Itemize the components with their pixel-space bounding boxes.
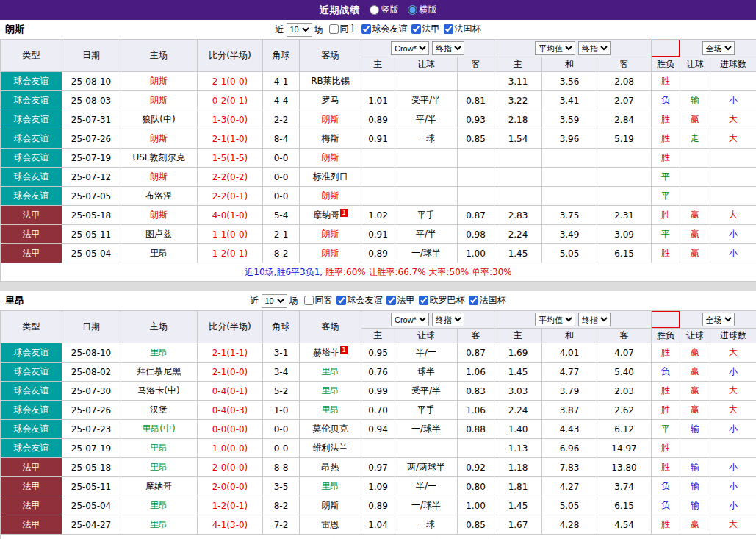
filter-checkbox-input[interactable] bbox=[329, 24, 339, 34]
away-team[interactable]: 昂热 bbox=[322, 462, 339, 472]
home-team[interactable]: 朗斯 bbox=[150, 133, 168, 143]
average-source-select[interactable]: 平均值 bbox=[535, 313, 575, 326]
outcome: 胜 bbox=[652, 244, 680, 263]
odds-type-select[interactable]: 终指 bbox=[432, 41, 464, 55]
odds-company-select[interactable]: Crow* bbox=[391, 41, 429, 55]
filter-checkbox[interactable]: 法国杯 bbox=[469, 294, 506, 307]
odds-away bbox=[458, 439, 494, 458]
league-type: 球会友谊 bbox=[1, 420, 62, 439]
home-team[interactable]: 里昂 bbox=[150, 519, 168, 529]
filter-checkbox[interactable]: 同主 bbox=[329, 23, 358, 35]
average-group-header: 平均值终指 bbox=[494, 40, 652, 57]
home-team[interactable]: 汉堡 bbox=[150, 404, 168, 415]
home-team[interactable]: 朗斯 bbox=[150, 95, 168, 105]
filter-checkbox[interactable]: 球会友谊 bbox=[336, 294, 383, 307]
home-team[interactable]: 摩纳哥 bbox=[145, 481, 172, 491]
average-type-select[interactable]: 终指 bbox=[578, 313, 611, 326]
away-team[interactable]: RB莱比锡 bbox=[311, 76, 350, 86]
away-team[interactable]: 朗斯 bbox=[322, 114, 339, 124]
home-team[interactable]: 拜仁慕尼黑 bbox=[137, 366, 181, 376]
layout-radio-horizontal[interactable]: 横版 bbox=[408, 4, 437, 16]
odds-away: 0.98 bbox=[458, 225, 494, 244]
away-team[interactable]: 朗斯 bbox=[322, 190, 339, 201]
match-date: 25-07-26 bbox=[62, 129, 120, 149]
layout-radio-horizontal-input[interactable] bbox=[408, 5, 417, 15]
home-team[interactable]: 马洛卡(中) bbox=[137, 385, 179, 396]
home-team[interactable]: 里昂(中) bbox=[142, 424, 175, 434]
home-team[interactable]: 里昂 bbox=[150, 347, 168, 357]
filter-checkbox[interactable]: 法甲 bbox=[386, 294, 415, 307]
home-team[interactable]: 里昂 bbox=[150, 500, 168, 510]
filter-checkbox[interactable]: 同客 bbox=[304, 294, 333, 307]
filter-checkbox-input[interactable] bbox=[386, 296, 396, 305]
avg-away: 5.40 bbox=[597, 363, 652, 382]
away-team[interactable]: 里昂 bbox=[322, 481, 339, 491]
avg-home: 1.45 bbox=[494, 496, 542, 515]
home-team[interactable]: 里昂 bbox=[150, 443, 168, 453]
odds-type-select[interactable]: 终指 bbox=[432, 313, 464, 326]
away-team[interactable]: 朗斯 bbox=[322, 229, 339, 239]
away-team[interactable]: 标准列日 bbox=[313, 171, 348, 182]
sub-header-avg-draw: 和 bbox=[542, 329, 597, 343]
corners: 8-4 bbox=[263, 129, 300, 149]
away-team[interactable]: 朗斯 bbox=[322, 500, 339, 510]
filter-checkbox[interactable]: 法甲 bbox=[411, 23, 440, 35]
odds-company-select[interactable]: Crow* bbox=[391, 313, 429, 326]
corners: 4-1 bbox=[263, 72, 300, 91]
avg-draw: 4.28 bbox=[542, 515, 597, 535]
away-team[interactable]: 梅斯 bbox=[322, 133, 339, 143]
recent-count-select[interactable]: 10 bbox=[262, 294, 287, 308]
home-team[interactable]: 布洛涅 bbox=[145, 190, 172, 201]
avg-away: 6.15 bbox=[597, 496, 652, 515]
away-team[interactable]: 朗斯 bbox=[322, 248, 339, 258]
avg-draw: 4.27 bbox=[542, 477, 597, 496]
filter-checkbox[interactable]: 法国杯 bbox=[444, 23, 481, 35]
avg-draw: 3.56 bbox=[542, 72, 597, 91]
filter-checkbox-input[interactable] bbox=[411, 24, 421, 34]
average-type-select[interactable]: 终指 bbox=[578, 41, 611, 55]
filter-checkbox-input[interactable] bbox=[444, 24, 453, 34]
home-team[interactable]: USL敦刻尔克 bbox=[132, 152, 184, 163]
away-team[interactable]: 里昂 bbox=[322, 404, 339, 415]
home-team[interactable]: 里昂 bbox=[150, 462, 168, 472]
odds-away: 0.92 bbox=[458, 458, 494, 477]
filter-checkbox-input[interactable] bbox=[419, 296, 428, 305]
col-header-home: 主场 bbox=[120, 40, 198, 72]
odds-handicap: 一/球半 bbox=[395, 420, 458, 439]
away-team[interactable]: 莫伦贝克 bbox=[313, 424, 348, 434]
filter-checkbox[interactable]: 欧罗巴杯 bbox=[419, 294, 465, 307]
home-team[interactable]: 里昂 bbox=[150, 248, 168, 258]
score: 4-0(1-0) bbox=[198, 206, 263, 225]
avg-away: 13.80 bbox=[597, 458, 652, 477]
home-team[interactable]: 图卢兹 bbox=[145, 229, 172, 239]
away-team[interactable]: 摩纳哥 bbox=[313, 210, 339, 220]
home-team[interactable]: 朗斯 bbox=[150, 76, 168, 86]
filter-checkbox-input[interactable] bbox=[361, 24, 371, 34]
filter-checkbox-input[interactable] bbox=[304, 296, 314, 305]
away-team[interactable]: 罗马 bbox=[322, 95, 339, 105]
scope-select[interactable]: 全场 bbox=[702, 313, 735, 326]
odds-home bbox=[361, 149, 395, 168]
sub-header-avg-away: 客 bbox=[597, 57, 652, 72]
filter-checkbox-input[interactable] bbox=[336, 296, 346, 305]
odds-away: 0.85 bbox=[458, 129, 494, 149]
home-team[interactable]: 狼队(中) bbox=[142, 114, 175, 124]
layout-radio-vertical[interactable]: 竖版 bbox=[370, 4, 399, 16]
avg-draw: 4.01 bbox=[542, 343, 597, 363]
scope-select[interactable]: 全场 bbox=[702, 41, 735, 55]
avg-away: 5.19 bbox=[597, 129, 652, 149]
home-team[interactable]: 朗斯 bbox=[150, 171, 168, 182]
away-team[interactable]: 里昂 bbox=[322, 385, 339, 396]
filter-checkbox[interactable]: 球会友谊 bbox=[361, 23, 408, 35]
recent-count-select[interactable]: 10 bbox=[287, 23, 312, 37]
filter-checkbox-input[interactable] bbox=[469, 296, 478, 305]
layout-radio-vertical-input[interactable] bbox=[370, 5, 379, 15]
away-team[interactable]: 雷恩 bbox=[322, 519, 339, 529]
away-team[interactable]: 维利法兰 bbox=[313, 443, 348, 453]
away-team[interactable]: 里昂 bbox=[322, 366, 339, 376]
away-team[interactable]: 朗斯 bbox=[322, 152, 339, 163]
corners: 5-2 bbox=[263, 382, 300, 401]
away-team[interactable]: 赫塔菲 bbox=[313, 347, 339, 357]
average-source-select[interactable]: 平均值 bbox=[535, 41, 575, 55]
home-team[interactable]: 朗斯 bbox=[150, 210, 168, 220]
